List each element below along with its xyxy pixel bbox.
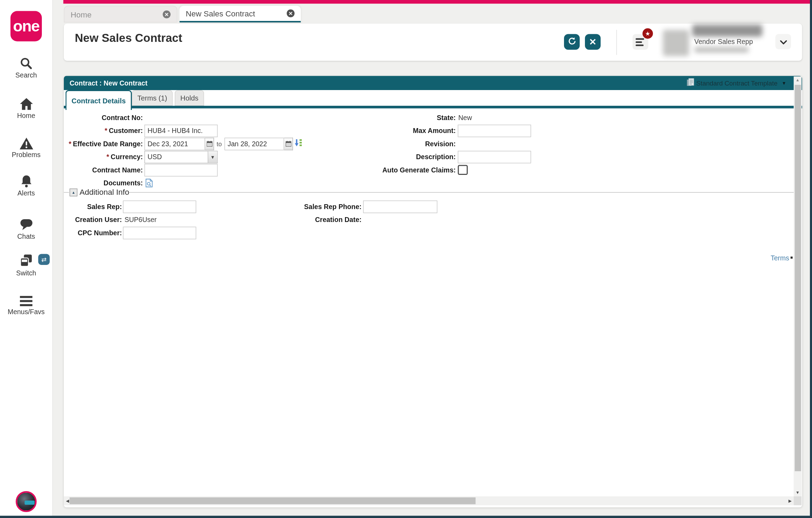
scroll-up-icon[interactable]: ▲ [794,76,802,84]
required-marker: * [69,140,72,148]
active-tab-underline [64,106,802,109]
field-effective-date-range: *Effective Date Range: to [64,137,378,150]
currency-label: *Currency: [64,153,143,161]
collapse-section-button[interactable]: ▲ [70,188,78,197]
contract-name-input[interactable] [144,164,218,176]
cpc-number-input[interactable] [123,227,196,239]
sidebar-item-chats[interactable]: Chats [0,218,52,240]
auto-generate-claims-label: Auto Generate Claims: [380,166,456,174]
vertical-scrollbar[interactable]: ▲ ▼ [794,76,802,496]
user-menu-button[interactable] [775,34,791,50]
template-selector[interactable]: Standard Contract Template ▼ [686,78,786,88]
panel-tab-terms[interactable]: Terms (1) [132,90,173,106]
redacted-user-name [692,25,762,37]
field-creation-user: Creation User: SUP6User [64,213,315,227]
description-input[interactable] [458,150,531,163]
window-edge [810,0,812,518]
field-sales-rep-phone: Sales Rep Phone: [293,200,513,213]
field-state: State: New [380,111,600,124]
field-revision: Revision: [380,137,600,150]
vertical-scroll-thumb[interactable] [795,85,801,471]
sales-rep-input[interactable] [123,200,196,213]
cpc-number-label: CPC Number: [64,229,122,237]
menu-bar [636,38,644,40]
home-icon [0,97,52,111]
caret-down-icon: ▼ [782,80,786,86]
form-column-left: Contract No: *Customer: *Effective Date … [64,111,378,190]
auto-generate-claims-checkbox[interactable] [458,165,468,175]
documents-label: Documents: [64,179,143,187]
horizontal-scroll-thumb[interactable] [70,497,476,504]
chevron-down-icon [780,37,787,46]
creation-user-value: SUP6User [125,216,157,224]
field-creation-date: Creation Date: [293,213,513,227]
refresh-button[interactable] [564,34,580,50]
menu-bar [636,41,642,43]
one-logo[interactable]: one [10,11,42,42]
sidebar-item-problems[interactable]: Problems [0,137,52,159]
scroll-right-icon[interactable]: ▶ [787,496,794,505]
tab-home-label: Home [71,10,92,19]
documents-icon[interactable] [145,179,153,188]
close-page-button[interactable]: ✕ [585,34,601,50]
bell-icon [0,175,52,188]
date-from-input[interactable] [144,138,205,150]
calendar-icon[interactable] [205,138,214,150]
sales-rep-label: Sales Rep: [64,203,122,211]
switch-arrows-badge[interactable]: ⇄ [38,254,50,265]
calendar-icon[interactable] [284,138,293,150]
field-customer: *Customer: [64,124,378,138]
tab-new-sales-contract[interactable]: New Sales Contract ✕ [180,6,301,23]
contract-name-label: Contract Name: [64,166,143,174]
sidebar-item-search[interactable]: Search [0,57,52,79]
field-max-amount: Max Amount: [380,124,600,138]
user-avatar[interactable] [16,491,37,512]
scrollbar-corner [794,496,802,505]
customer-input[interactable] [144,124,218,137]
close-tab-icon[interactable]: ✕ [163,10,171,18]
description-label: Description: [380,153,456,161]
panel-tab-holds[interactable]: Holds [175,90,204,106]
header-divider [616,30,617,55]
select-arrow-icon: ▼ [208,151,217,163]
additional-info-right: Sales Rep Phone: Creation Date: [293,200,513,226]
creation-date-label: Creation Date: [293,216,362,224]
page-title: New Sales Contract [75,31,182,45]
customer-label: *Customer: [64,127,143,135]
redacted-user-org [694,47,749,52]
sidebar-item-alerts[interactable]: Alerts [0,175,52,197]
currency-value: USD [145,153,208,161]
app-window: one Search Home Problems Alerts Chats Sw… [0,0,812,518]
warning-icon [0,137,52,150]
favorites-star-badge[interactable]: ★ [642,28,653,39]
sidebar-item-menus-favs[interactable]: Menus/Favs [0,295,52,316]
field-auto-generate-claims: Auto Generate Claims: [380,163,600,177]
currency-select[interactable]: USD ▼ [144,150,218,163]
terms-bullet [791,257,793,259]
horizontal-scrollbar[interactable]: ◀ ▶ [64,496,794,505]
contract-no-label: Contract No: [64,114,143,122]
panel-tab-contract-details[interactable]: Contract Details [66,90,132,110]
date-sequence-icon[interactable] [295,139,302,149]
tab-home[interactable]: Home ✕ [64,6,178,23]
avatar-visor-decoration [25,501,35,505]
user-profile-avatar[interactable] [663,30,689,56]
state-label: State: [380,114,456,122]
close-icon: ✕ [589,36,596,47]
form-column-right: State: New Max Amount: Revision: Descrip… [380,111,600,177]
scroll-down-icon[interactable]: ▼ [794,489,802,496]
field-currency: *Currency: USD ▼ [64,150,378,164]
contract-panel-header: Contract : New Contract Standard Contrac… [64,76,802,90]
date-to-input[interactable] [225,138,284,150]
terms-link[interactable]: Terms [771,254,789,262]
sales-rep-phone-input[interactable] [363,200,437,213]
additional-info-title: Additional Info [80,187,129,197]
section-divider [129,192,794,193]
sidebar-item-home[interactable]: Home [0,97,52,119]
close-tab-icon[interactable]: ✕ [287,9,295,17]
additional-info-left: Sales Rep: Creation User: SUP6User CPC N… [64,200,315,239]
creation-user-label: Creation User: [64,216,122,224]
menu-bar [636,44,644,46]
window-edge [0,516,812,518]
max-amount-input[interactable] [458,124,531,137]
